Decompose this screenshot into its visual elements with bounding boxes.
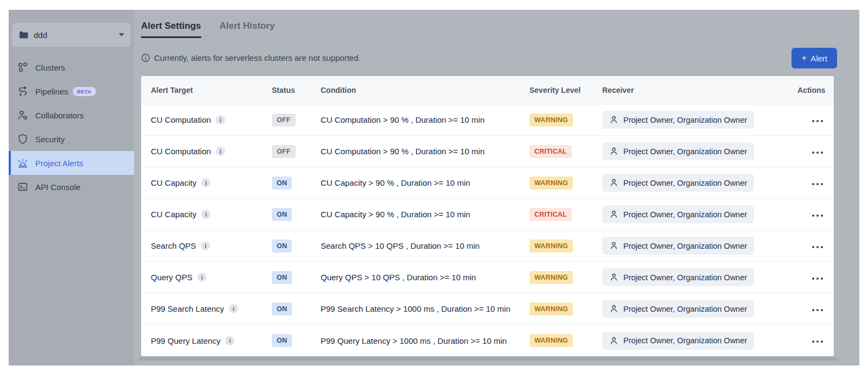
info-circle-icon xyxy=(141,53,150,62)
alert-target-label: CU Capacity xyxy=(151,178,196,187)
main-panel: Alert Settings Alert History Currently, … xyxy=(134,10,859,366)
notice-text: Currently, alerts for serverless cluster… xyxy=(154,53,361,62)
sidebar-item-label: Collaborators xyxy=(35,111,84,120)
col-alert-target: Alert Target xyxy=(151,86,272,94)
condition-text: CU Computation > 90 % , Duration >= 10 m… xyxy=(321,115,529,124)
condition-text: Search QPS > 10 QPS , Duration >= 10 min xyxy=(321,241,529,250)
status-badge: ON xyxy=(272,208,292,221)
receiver-chip: Project Owner, Organization Owner xyxy=(602,237,754,255)
ellipsis-icon[interactable] xyxy=(812,211,823,220)
info-icon[interactable]: i xyxy=(216,115,225,124)
alert-target-label: P99 Query Latency xyxy=(151,336,220,345)
table-row: P99 Search Latency i ON P99 Search Laten… xyxy=(141,293,834,325)
severity-badge: CRITICAL xyxy=(529,208,572,221)
sidebar-item-collaborators[interactable]: Collaborators xyxy=(9,103,134,127)
receiver-chip: Project Owner, Organization Owner xyxy=(602,332,754,350)
alert-target-label: CU Computation xyxy=(151,147,211,156)
info-icon[interactable]: i xyxy=(201,241,210,250)
receiver-label: Project Owner, Organization Owner xyxy=(623,179,747,187)
col-status: Status xyxy=(272,86,321,94)
severity-badge: WARNING xyxy=(529,114,573,127)
sidebar-item-label: Clusters xyxy=(35,63,65,72)
ellipsis-icon[interactable] xyxy=(812,274,823,283)
ellipsis-icon[interactable] xyxy=(812,117,823,125)
receiver-label: Project Owner, Organization Owner xyxy=(623,210,747,219)
project-selector-label: ddd xyxy=(34,30,119,40)
security-icon xyxy=(17,134,28,144)
status-badge: OFF xyxy=(272,114,296,127)
receiver-label: Project Owner, Organization Owner xyxy=(623,273,747,282)
info-icon[interactable]: i xyxy=(201,178,210,187)
receiver-label: Project Owner, Organization Owner xyxy=(623,336,747,345)
condition-text: CU Capacity > 90 % , Duration >= 10 min xyxy=(321,178,529,187)
info-icon[interactable]: i xyxy=(225,336,234,345)
app-window: ddd Clusters Pipelines BETA Collaborator… xyxy=(9,10,859,366)
receiver-label: Project Owner, Organization Owner xyxy=(623,242,747,250)
table-row: Search QPS i ON Search QPS > 10 QPS , Du… xyxy=(141,230,834,262)
status-badge: ON xyxy=(272,240,292,253)
table-row: P99 Query Latency i ON P99 Query Latency… xyxy=(141,325,834,356)
table-row: CU Computation i OFF CU Computation > 90… xyxy=(141,104,834,136)
add-alert-label: Alert xyxy=(810,54,827,63)
tab-alert-settings[interactable]: Alert Settings xyxy=(141,21,201,38)
tab-bar: Alert Settings Alert History xyxy=(141,21,275,38)
receiver-chip: Project Owner, Organization Owner xyxy=(602,205,754,223)
person-icon xyxy=(609,336,618,345)
receiver-chip: Project Owner, Organization Owner xyxy=(602,268,754,286)
receiver-label: Project Owner, Organization Owner xyxy=(623,305,747,313)
folder-icon xyxy=(18,30,28,40)
person-icon xyxy=(609,273,618,282)
person-icon xyxy=(609,210,618,219)
project-selector[interactable]: ddd xyxy=(12,23,131,47)
sidebar-item-clusters[interactable]: Clusters xyxy=(9,55,134,79)
table-body: CU Computation i OFF CU Computation > 90… xyxy=(141,104,834,356)
ellipsis-icon[interactable] xyxy=(812,243,823,251)
severity-badge: WARNING xyxy=(529,240,573,253)
condition-text: Query QPS > 10 QPS , Duration >= 10 min xyxy=(321,273,529,282)
table-bottom-shadow xyxy=(139,357,838,361)
condition-text: P99 Search Latency > 1000 ms , Duration … xyxy=(321,304,529,313)
ellipsis-icon[interactable] xyxy=(812,306,823,314)
status-badge: ON xyxy=(272,271,292,284)
serverless-notice: Currently, alerts for serverless cluster… xyxy=(141,53,361,62)
col-condition: Condition xyxy=(321,86,529,94)
person-icon xyxy=(609,147,618,156)
receiver-chip: Project Owner, Organization Owner xyxy=(602,142,754,160)
info-icon[interactable]: i xyxy=(229,304,238,313)
status-badge: OFF xyxy=(272,145,296,158)
info-icon[interactable]: i xyxy=(197,273,207,282)
info-icon[interactable]: i xyxy=(201,210,210,219)
severity-badge: WARNING xyxy=(529,271,573,284)
sidebar-item-label: Security xyxy=(35,135,65,144)
alert-target-label: CU Capacity xyxy=(151,210,196,219)
sidebar-item-label: Pipelines xyxy=(35,87,68,96)
sidebar-item-api-console[interactable]: API Console xyxy=(9,175,134,199)
collaborators-icon xyxy=(17,110,28,121)
person-icon xyxy=(609,178,618,187)
info-icon[interactable]: i xyxy=(216,147,225,156)
ellipsis-icon[interactable] xyxy=(812,180,823,188)
sidebar-item-security[interactable]: Security xyxy=(9,127,134,151)
alert-target-label: CU Computation xyxy=(151,115,211,124)
sidebar-nav: Clusters Pipelines BETA Collaborators Se… xyxy=(9,55,134,199)
sidebar-item-pipelines[interactable]: Pipelines BETA xyxy=(9,79,134,103)
beta-badge: BETA xyxy=(73,87,96,96)
sidebar-item-label: API Console xyxy=(35,182,80,192)
sidebar-item-label: Project Alerts xyxy=(35,159,83,168)
sidebar-item-project-alerts[interactable]: Project Alerts xyxy=(9,151,134,175)
caret-down-icon xyxy=(119,33,124,36)
alert-target-label: Search QPS xyxy=(151,241,196,250)
project-alerts-icon xyxy=(17,158,28,168)
add-alert-button[interactable]: + Alert xyxy=(792,48,837,68)
severity-badge: WARNING xyxy=(529,177,573,190)
col-receiver: Receiver xyxy=(602,86,797,94)
receiver-chip: Project Owner, Organization Owner xyxy=(602,174,754,192)
col-actions: Actions xyxy=(797,86,834,94)
ellipsis-icon[interactable] xyxy=(812,337,823,346)
receiver-chip: Project Owner, Organization Owner xyxy=(602,300,754,318)
severity-badge: WARNING xyxy=(529,334,573,347)
pipelines-icon xyxy=(17,86,28,97)
tab-alert-history[interactable]: Alert History xyxy=(220,21,275,38)
ellipsis-icon[interactable] xyxy=(812,148,823,157)
condition-text: P99 Query Latency > 1000 ms , Duration >… xyxy=(321,336,529,345)
